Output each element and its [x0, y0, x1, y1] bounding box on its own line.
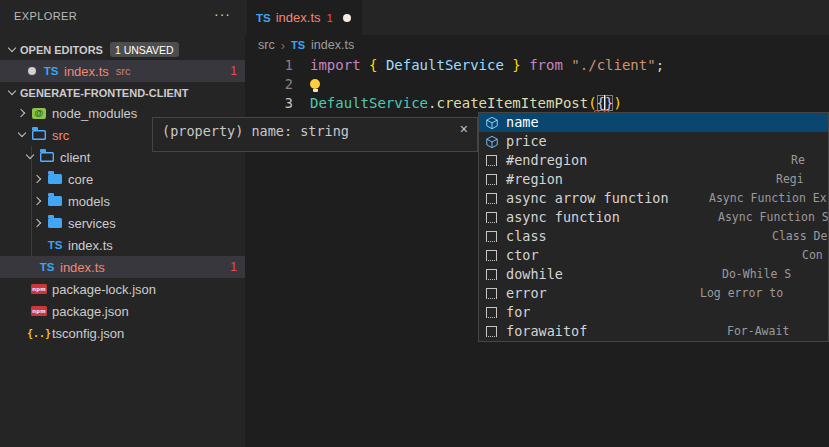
error-count-badge: 1	[230, 260, 237, 274]
class-token: DefaultService	[310, 95, 428, 111]
string-token: "./client"	[571, 57, 655, 73]
views-more-actions-icon[interactable]: ···	[214, 6, 231, 22]
tree-item-package-json[interactable]: npm package.json	[0, 300, 245, 322]
suggest-details-popup: (property) name: string ×	[152, 117, 478, 152]
intellisense-suggest-widget: name price #endregion Re #region Regi as…	[478, 112, 829, 342]
line-number-1: 1	[245, 56, 293, 75]
editor-tab-bar: TS index.ts 1	[245, 0, 829, 35]
line-number-2: 2	[245, 75, 293, 94]
tree-item-package-lock-json[interactable]: npm package-lock.json	[0, 278, 245, 300]
breadcrumb-folder[interactable]: src	[258, 38, 275, 52]
close-icon[interactable]: ×	[460, 121, 468, 137]
folder-open-icon	[38, 149, 56, 165]
snippet-symbol-icon	[484, 305, 499, 320]
tab-error-count: 1	[327, 12, 333, 24]
snippet-symbol-icon	[484, 267, 499, 282]
typescript-file-icon: TS	[42, 63, 60, 79]
open-editor-file-label: index.ts	[64, 64, 109, 79]
typescript-file-icon: TS	[291, 39, 305, 51]
node-modules-folder-icon: @	[30, 105, 48, 121]
breadcrumb-file[interactable]: index.ts	[311, 38, 354, 52]
code-line-1[interactable]: import { DefaultService } from "./client…	[310, 56, 664, 75]
snippet-symbol-icon	[484, 191, 499, 206]
chevron-right-icon	[14, 105, 30, 121]
keyword-token: import	[310, 57, 369, 73]
snippet-symbol-icon	[484, 248, 499, 263]
typescript-file-icon: TS	[46, 237, 64, 253]
npm-file-icon: npm	[30, 303, 48, 319]
explorer-title: EXPLORER	[14, 10, 77, 22]
snippet-symbol-icon	[484, 210, 499, 225]
chevron-right-icon	[30, 171, 46, 187]
folder-icon	[46, 215, 64, 231]
chevron-down-icon	[14, 127, 30, 143]
bracket-token: }	[504, 57, 529, 73]
suggest-item-async-function[interactable]: async function Async Function S	[479, 208, 828, 227]
tab-index-ts[interactable]: TS index.ts 1	[247, 0, 362, 35]
field-symbol-icon	[484, 134, 499, 149]
tree-item-src-index-ts[interactable]: TS index.ts 1	[0, 256, 245, 278]
suggest-item-for[interactable]: for	[479, 303, 828, 322]
open-editor-file-description: src	[116, 65, 131, 77]
chevron-down-icon	[22, 149, 38, 165]
tree-item-services[interactable]: services	[0, 212, 245, 234]
lightbulb-icon[interactable]	[310, 79, 321, 93]
folder-icon	[46, 193, 64, 209]
chevron-right-icon	[30, 215, 46, 231]
suggest-item-endregion[interactable]: #endregion Re	[479, 151, 828, 170]
snippet-symbol-icon	[484, 172, 499, 187]
chevron-down-icon	[4, 85, 20, 101]
chevron-right-icon	[30, 193, 46, 209]
tree-item-core[interactable]: core	[0, 168, 245, 190]
snippet-symbol-icon	[484, 229, 499, 244]
workspace-section-header[interactable]: GENERATE-FRONTEND-CLIENT	[0, 82, 249, 103]
suggest-item-dowhile[interactable]: dowhile Do-While S	[479, 265, 828, 284]
npm-file-icon: npm	[30, 281, 48, 297]
snippet-symbol-icon	[484, 324, 499, 339]
workspace-name-label: GENERATE-FRONTEND-CLIENT	[20, 87, 188, 99]
snippet-symbol-icon	[484, 153, 499, 168]
bracket-token: {	[369, 57, 386, 73]
error-count-badge: 1	[230, 64, 237, 78]
breadcrumb: src › TS index.ts	[245, 35, 829, 55]
sidebar-title-bar: EXPLORER ···	[0, 0, 245, 35]
suggest-item-class[interactable]: class Class De	[479, 227, 828, 246]
snippet-symbol-icon	[484, 286, 499, 301]
suggest-item-price[interactable]: price	[479, 132, 828, 151]
import-binding-token: DefaultService	[386, 57, 504, 73]
keyword-token: from	[529, 57, 571, 73]
suggest-item-error[interactable]: error Log error to	[479, 284, 828, 303]
tree-item-client-index-ts[interactable]: TS index.ts	[0, 234, 245, 256]
suggest-item-name[interactable]: name	[479, 113, 828, 132]
field-symbol-icon	[484, 115, 499, 130]
explorer-sidebar: EXPLORER ··· OPEN EDITORS 1 UNSAVED TS i…	[0, 0, 245, 447]
method-token: createItemItemPost	[436, 95, 588, 111]
open-editors-header[interactable]: OPEN EDITORS 1 UNSAVED	[0, 39, 249, 60]
open-editor-item-index-ts[interactable]: TS index.ts src 1	[0, 60, 245, 82]
tree-item-tsconfig-json[interactable]: {..} tsconfig.json	[0, 322, 245, 344]
chevron-down-icon	[4, 42, 20, 58]
vscode-window: EXPLORER ··· OPEN EDITORS 1 UNSAVED TS i…	[0, 0, 829, 447]
suggest-item-async-arrow-function[interactable]: async arrow function Async Function Ex	[479, 189, 828, 208]
folder-open-icon	[30, 127, 48, 143]
json-config-file-icon: {..}	[30, 325, 48, 341]
property-signature-text: (property) name: string	[162, 123, 349, 139]
typescript-file-icon: TS	[38, 259, 56, 275]
suggest-item-region[interactable]: #region Regi	[479, 170, 828, 189]
suggest-item-forawaitof[interactable]: forawaitof For-Await	[479, 322, 828, 341]
punctuation-token: ;	[656, 57, 664, 73]
tree-item-models[interactable]: models	[0, 190, 245, 212]
tab-label: index.ts	[276, 10, 321, 25]
breadcrumb-separator-icon: ›	[281, 38, 285, 53]
folder-icon	[46, 171, 64, 187]
tab-modified-dot-icon[interactable]	[343, 14, 351, 22]
code-line-3[interactable]: DefaultService.createItemItemPost({})	[310, 94, 622, 113]
suggest-item-ctor[interactable]: ctor Con	[479, 246, 828, 265]
unsaved-badge: 1 UNSAVED	[110, 42, 179, 57]
open-editors-label: OPEN EDITORS	[20, 44, 103, 56]
line-number-3: 3	[245, 94, 293, 113]
paren-token: )	[613, 95, 621, 111]
modified-dot-icon[interactable]	[28, 67, 36, 75]
typescript-file-icon: TS	[256, 12, 271, 24]
